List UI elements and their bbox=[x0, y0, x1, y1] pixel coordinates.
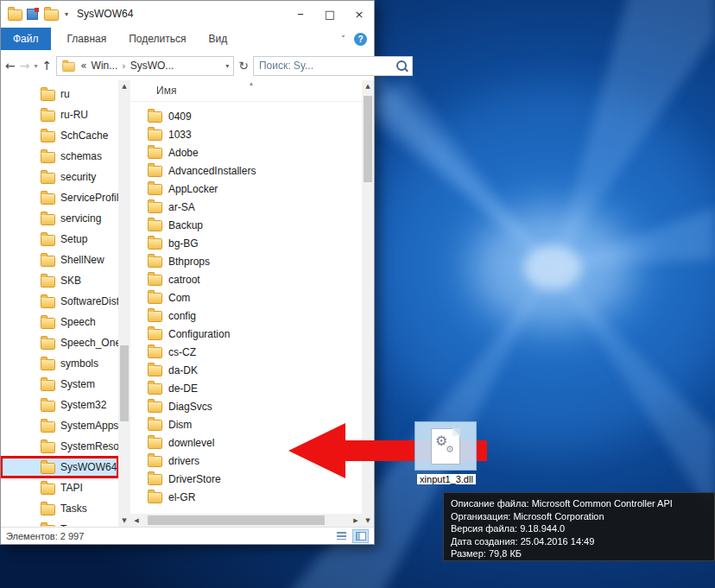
file-list-item[interactable]: Bthprops bbox=[130, 252, 362, 270]
list-scroll-thumb[interactable] bbox=[364, 96, 372, 182]
tree-item[interactable]: SystemApps bbox=[1, 415, 118, 436]
tree-item[interactable]: ShellNew bbox=[1, 250, 118, 270]
help-icon[interactable]: ? bbox=[354, 33, 367, 46]
up-button[interactable]: ↑ bbox=[41, 59, 52, 73]
close-button[interactable]: × bbox=[345, 1, 374, 27]
tree-item[interactable]: SchCache bbox=[1, 125, 118, 146]
view-icons-button[interactable] bbox=[352, 529, 369, 543]
file-list-item[interactable]: catroot bbox=[130, 270, 362, 288]
file-list-item[interactable]: Com bbox=[130, 288, 362, 307]
forward-button[interactable]: → bbox=[20, 59, 30, 73]
dll-file-icon: ⚙ ⚙ bbox=[431, 428, 460, 465]
file-list-item[interactable]: Backup bbox=[130, 216, 362, 234]
tree-item[interactable]: security bbox=[1, 167, 118, 187]
qat-dropdown-icon[interactable]: ▾ bbox=[65, 10, 68, 18]
crumb-overflow-icon[interactable]: « bbox=[80, 60, 86, 72]
ribbon-right-controls: ˅ ? bbox=[341, 33, 367, 46]
scroll-up-icon[interactable]: ▲ bbox=[362, 80, 374, 92]
tree-scroll-track[interactable] bbox=[118, 92, 130, 515]
refresh-icon[interactable]: ↻ bbox=[238, 59, 249, 73]
ribbon-tab[interactable]: Вид bbox=[197, 28, 238, 50]
file-item-label: DiagSvcs bbox=[168, 401, 212, 413]
tree-item[interactable]: Speech_One... bbox=[1, 332, 118, 353]
tree-item[interactable]: SystemResou... bbox=[1, 436, 118, 457]
tree-item[interactable]: Temp bbox=[1, 519, 118, 527]
horizontal-scrollbar[interactable]: ◀ ▶ bbox=[130, 514, 362, 527]
breadcrumb[interactable]: « Win... › SysWO... ▾ bbox=[56, 56, 234, 76]
tree-item[interactable]: SoftwareDistr bbox=[1, 291, 118, 312]
scroll-down-icon[interactable]: ▼ bbox=[362, 515, 374, 527]
tree-item-label: SystemApps bbox=[60, 420, 118, 432]
tree-scroll-thumb[interactable] bbox=[120, 345, 129, 421]
file-item-label: config bbox=[168, 310, 196, 322]
address-folder-icon bbox=[62, 61, 74, 71]
ribbon-expand-icon[interactable]: ˅ bbox=[341, 35, 345, 44]
tree-item[interactable]: ServiceProfile bbox=[1, 187, 118, 208]
tree-item[interactable]: Speech bbox=[1, 312, 118, 332]
desktop-file-icon[interactable]: ⚙ ⚙ xinput1_3.dll bbox=[414, 421, 478, 486]
tree-item[interactable]: symbols bbox=[1, 353, 118, 374]
view-details-button[interactable] bbox=[333, 529, 350, 543]
tree-item[interactable]: System bbox=[1, 374, 118, 395]
ribbon-tab-bar: Файл Главная Поделиться Вид ˅ ? bbox=[1, 27, 374, 51]
tree-item[interactable]: TAPI bbox=[1, 477, 118, 498]
ribbon-tab[interactable]: Поделиться bbox=[117, 28, 197, 50]
scroll-down-icon[interactable]: ▼ bbox=[118, 515, 130, 527]
search-input[interactable] bbox=[259, 60, 393, 72]
tree-item-label: ru-RU bbox=[60, 109, 88, 121]
hscroll-thumb[interactable] bbox=[148, 515, 325, 525]
tree-item-label: SystemResou... bbox=[60, 440, 118, 452]
address-dropdown-icon[interactable]: ▾ bbox=[225, 62, 229, 70]
window-title: SysWOW64 bbox=[77, 8, 133, 20]
file-item-label: Bthprops bbox=[168, 256, 210, 268]
ribbon-tab[interactable]: Главная bbox=[56, 28, 118, 50]
file-list-item[interactable]: Adobe bbox=[130, 143, 362, 161]
scroll-up-icon[interactable]: ▲ bbox=[118, 80, 130, 92]
column-header-label: Имя bbox=[156, 85, 176, 97]
search-icon[interactable] bbox=[396, 60, 407, 71]
file-list-item[interactable]: 0409 bbox=[130, 107, 362, 125]
file-list-item[interactable]: 1033 bbox=[130, 125, 362, 143]
tree-item[interactable]: servicing bbox=[1, 208, 118, 229]
tree-item[interactable]: Tasks bbox=[1, 498, 118, 519]
breadcrumb-segment[interactable]: Win... bbox=[92, 60, 118, 72]
file-list-item[interactable]: de-DE bbox=[130, 379, 362, 397]
tree-scrollbar[interactable]: ▲ ▼ bbox=[118, 80, 130, 527]
tab-file[interactable]: Файл bbox=[1, 28, 51, 50]
tree-item[interactable]: schemas bbox=[1, 146, 118, 167]
back-button[interactable]: ← bbox=[5, 59, 16, 73]
scroll-left-icon[interactable]: ◀ bbox=[130, 517, 142, 524]
folder-icon bbox=[148, 401, 162, 413]
file-list-item[interactable]: da-DK bbox=[130, 361, 362, 379]
tree-item[interactable]: SysWOW64 bbox=[1, 457, 118, 477]
scroll-right-icon[interactable]: ▶ bbox=[350, 517, 362, 524]
tree-item[interactable]: ru-RU bbox=[1, 104, 118, 125]
file-list-item[interactable]: el-GR bbox=[130, 488, 362, 506]
qat-properties-icon[interactable] bbox=[27, 9, 38, 20]
file-list-item[interactable]: DiagSvcs bbox=[130, 397, 362, 415]
column-header-name[interactable]: ▴ Имя bbox=[130, 80, 362, 102]
file-list-item[interactable]: cs-CZ bbox=[130, 343, 362, 361]
history-dropdown-icon[interactable]: ▾ bbox=[34, 62, 37, 70]
tree-item[interactable]: SKB bbox=[1, 270, 118, 291]
file-list-item[interactable]: bg-BG bbox=[130, 234, 362, 252]
tooltip-line: Организация: Microsoft Corporation bbox=[451, 510, 707, 523]
file-list-item[interactable]: AppLocker bbox=[130, 180, 362, 198]
folder-icon bbox=[41, 504, 55, 515]
folder-icon bbox=[41, 338, 55, 350]
hscroll-track[interactable] bbox=[142, 514, 350, 527]
tree-item[interactable]: ru bbox=[1, 84, 118, 104]
tree-item[interactable]: System32 bbox=[1, 395, 118, 415]
folder-icon bbox=[148, 456, 162, 467]
breadcrumb-segment[interactable]: SysWO... bbox=[130, 60, 174, 72]
folder-icon bbox=[41, 276, 55, 288]
file-list-item[interactable]: ar-SA bbox=[130, 198, 362, 216]
tree-item[interactable]: Setup bbox=[1, 229, 118, 250]
folder-icon bbox=[148, 347, 162, 358]
maximize-button[interactable]: □ bbox=[315, 1, 345, 27]
file-list-item[interactable]: AdvancedInstallers bbox=[130, 161, 362, 180]
file-list-item[interactable]: Configuration bbox=[130, 325, 362, 343]
qat-new-folder-icon[interactable] bbox=[44, 9, 59, 21]
file-list-item[interactable]: config bbox=[130, 307, 362, 325]
minimize-button[interactable]: – bbox=[286, 1, 315, 27]
